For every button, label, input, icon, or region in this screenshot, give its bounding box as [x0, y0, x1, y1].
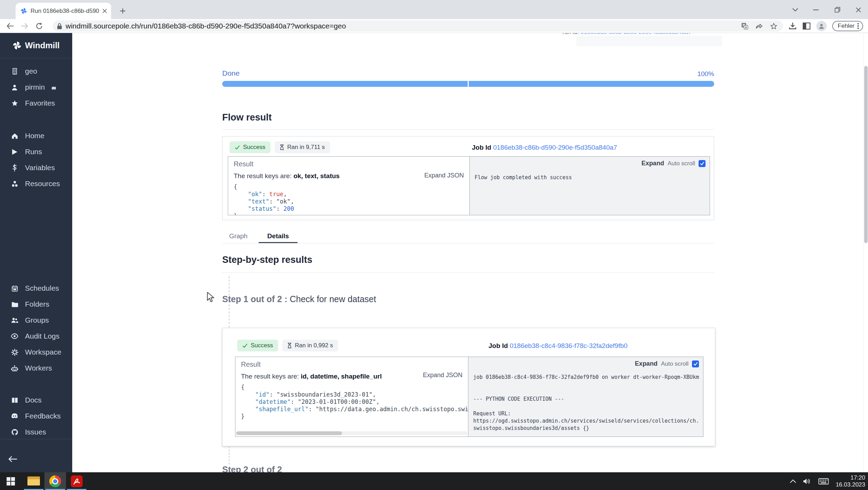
divider [0, 439, 72, 439]
browser-tab[interactable]: Run 0186eb38-c86b-d590-290e- [16, 3, 111, 19]
forward-button[interactable] [18, 20, 31, 32]
flow-expand-json-button[interactable]: Expand JSON [424, 172, 464, 179]
url-text: windmill.sourcepole.ch/run/0186eb38-c86b… [66, 22, 741, 30]
sidebar-item-workspace-geo[interactable]: geo [0, 63, 72, 79]
flow-result-keys-list: ok, text, status [293, 172, 340, 180]
flow-result-json-pane: Result The result keys are: ok, text, st… [228, 157, 470, 215]
acrobat-icon [71, 475, 83, 487]
taskbar-file-explorer[interactable] [23, 472, 44, 490]
tab-search-chevron-icon[interactable] [787, 5, 803, 15]
check-icon [693, 362, 698, 366]
sidebar-item-variables[interactable]: Variables [0, 160, 72, 176]
windmill-logo-icon [12, 41, 22, 50]
back-button[interactable] [3, 20, 17, 32]
sidebar-item-feedbacks[interactable]: Feedbacks [0, 408, 72, 424]
window-minimize-button[interactable] [808, 5, 824, 15]
step1-title-name: Check for new dataset [290, 294, 376, 304]
step1-horizontal-scrollbar-thumb[interactable] [236, 431, 342, 435]
share-icon[interactable] [756, 23, 763, 30]
sidebar-docs-label: Docs [25, 396, 42, 404]
robot-icon [10, 365, 19, 372]
spacer [0, 192, 72, 280]
bookmark-star-icon[interactable] [770, 23, 777, 30]
window-close-button[interactable] [851, 5, 866, 15]
sidebar-favorites-label: Favorites [25, 99, 55, 107]
flow-duration-label: Ran in 9,711 s [287, 144, 325, 151]
start-button[interactable] [0, 472, 22, 490]
reload-button[interactable] [33, 20, 46, 32]
run-id-label: run id: [562, 33, 579, 35]
step1-log-expand-button[interactable]: Expand [635, 360, 658, 367]
page-scrollbar-thumb[interactable] [864, 66, 868, 243]
sidebar-item-groups[interactable]: Groups [0, 312, 72, 328]
flow-duration-badge: Ran in 9,711 s [275, 141, 330, 153]
step-connector [229, 446, 229, 465]
flow-result-panel: Result The result keys are: ok, text, st… [228, 156, 710, 215]
step1-result-json: { "id": "swissboundaries3d_2023-01", "da… [241, 384, 462, 420]
tray-chevron-up-icon[interactable] [790, 479, 796, 483]
step1-horizontal-scrollbar[interactable] [236, 431, 467, 435]
spacer [0, 376, 72, 392]
progress-bar-step-divider [468, 81, 469, 87]
step1-success-badge: Success [237, 340, 278, 351]
groups-icon [10, 317, 19, 324]
keyboard-icon[interactable] [818, 478, 829, 485]
sidebar-item-resources[interactable]: Resources [0, 176, 72, 192]
flow-result-json: { "ok": true, "text": "ok", "status": 20… [234, 183, 464, 215]
step1-autoscroll-checkbox[interactable] [692, 360, 699, 367]
taskbar-acrobat[interactable] [66, 472, 87, 490]
sidebar-item-home[interactable]: Home [0, 128, 72, 144]
sidebar-item-docs[interactable]: Docs [0, 392, 72, 408]
sidebar-workspace-label: geo [25, 67, 37, 75]
screen: Run 0186eb38-c86b-d590-290e- [0, 0, 868, 490]
run-id-header: run id: 0186eb38-c86b-d590-290e-f5d350a8… [562, 33, 692, 36]
cubes-icon [10, 180, 19, 188]
sidebar-item-folders[interactable]: Folders [0, 296, 72, 312]
check-icon [242, 343, 248, 348]
sidebar-item-workers[interactable]: Workers [0, 360, 72, 376]
tab-details[interactable]: Details [259, 232, 298, 240]
run-id-link[interactable]: 0186eb38-c86b-d590-290e-f5d350a840a7 [581, 33, 692, 35]
window-restore-button[interactable] [830, 5, 845, 15]
page-scrollbar[interactable] [863, 33, 868, 472]
step1-success-label: Success [251, 342, 273, 349]
chrome-icon [49, 475, 61, 487]
tab-close-icon[interactable] [102, 9, 107, 13]
url-bar[interactable]: windmill.sourcepole.ch/run/0186eb38-c86b… [53, 20, 783, 32]
step1-expand-json-button[interactable]: Expand JSON [423, 372, 462, 379]
sidebar-item-favorites[interactable]: Favorites [0, 95, 72, 111]
mouse-cursor [207, 292, 215, 302]
volume-icon[interactable] [803, 478, 811, 485]
book-icon [10, 397, 19, 404]
profile-avatar[interactable] [816, 21, 827, 31]
tab-title: Run 0186eb38-c86b-d590-290e- [31, 8, 99, 15]
taskbar-chrome[interactable] [44, 472, 66, 490]
sidebar-item-audit-logs[interactable]: Audit Logs [0, 328, 72, 344]
translate-icon[interactable] [741, 22, 749, 30]
flow-autoscroll-checkbox[interactable] [699, 160, 706, 167]
step2-title: Step 2 out of 2 [222, 465, 282, 472]
step1-job-id-link[interactable]: 0186eb38-c8c4-9836-f78c-32fa2def9fb0 [510, 342, 627, 349]
windmill-logo[interactable]: Windmill [0, 33, 72, 57]
error-menu-button[interactable]: Fehler [832, 21, 863, 31]
sidebar-item-user[interactable]: pirmin [0, 79, 72, 95]
download-icon[interactable] [788, 22, 797, 30]
sidebar-home-label: Home [25, 132, 44, 140]
flow-job-id-link[interactable]: 0186eb38-c86b-d590-290e-f5d350a840a7 [493, 144, 617, 151]
sidebar-item-runs[interactable]: Runs [0, 144, 72, 160]
sidebar-item-issues[interactable]: Issues [0, 424, 72, 440]
taskbar-clock[interactable]: 17:20 16.03.2023 [836, 474, 865, 488]
new-tab-button[interactable] [117, 6, 128, 16]
github-icon [10, 429, 19, 436]
sidebar-item-workspace-settings[interactable]: Workspace [0, 344, 72, 360]
flow-log-expand-button[interactable]: Expand [642, 160, 664, 167]
flow-success-badge: Success [229, 141, 270, 153]
tab-graph[interactable]: Graph [229, 232, 248, 240]
step1-title: Step 1 out of 2 : Check for new dataset [222, 294, 376, 304]
side-panel-icon[interactable] [802, 22, 811, 30]
sidebar-item-schedules[interactable]: Schedules [0, 280, 72, 296]
flow-result-title: Result [234, 160, 464, 168]
sidebar-workers-label: Workers [25, 364, 52, 372]
hourglass-icon [287, 343, 292, 348]
collapse-sidebar-button[interactable] [8, 456, 17, 463]
